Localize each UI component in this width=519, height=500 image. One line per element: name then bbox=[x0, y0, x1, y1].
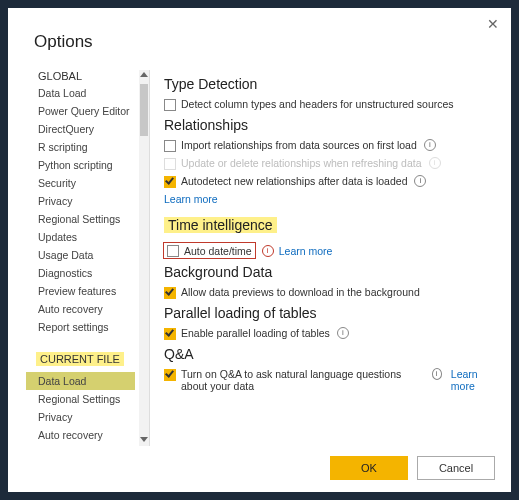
ok-button[interactable]: OK bbox=[330, 456, 408, 480]
option-import-relationships[interactable]: Import relationships from data sources o… bbox=[164, 139, 495, 152]
option-auto-date-time[interactable]: Auto date/time i Learn more bbox=[164, 243, 495, 258]
checkbox-import-relationships[interactable] bbox=[164, 140, 176, 152]
option-label: Import relationships from data sources o… bbox=[181, 139, 417, 151]
option-label: Update or delete relationships when refr… bbox=[181, 157, 422, 169]
checkbox-autodetect-relationships[interactable] bbox=[164, 176, 176, 188]
checkbox-qa[interactable] bbox=[164, 369, 176, 381]
nav-current-data-load[interactable]: Data Load bbox=[26, 372, 135, 390]
content-panel: Type Detection Detect column types and h… bbox=[150, 70, 501, 446]
nav-global-regional-settings[interactable]: Regional Settings bbox=[26, 210, 135, 228]
nav-global-privacy[interactable]: Privacy bbox=[26, 192, 135, 210]
close-icon[interactable]: ✕ bbox=[487, 16, 499, 32]
nav-global-report-settings[interactable]: Report settings bbox=[26, 318, 135, 336]
checkbox-auto-date-time[interactable] bbox=[167, 245, 179, 257]
nav-global-data-load[interactable]: Data Load bbox=[26, 84, 135, 102]
section-header-global: GLOBAL bbox=[38, 70, 82, 82]
heading-type-detection: Type Detection bbox=[164, 76, 495, 92]
nav-global-power-query-editor[interactable]: Power Query Editor bbox=[26, 102, 135, 120]
section-header-current-file: CURRENT FILE bbox=[36, 352, 124, 366]
option-label: Auto date/time bbox=[184, 245, 252, 257]
dialog-title: Options bbox=[34, 32, 93, 52]
checkbox-parallel-loading[interactable] bbox=[164, 328, 176, 340]
nav-list: GLOBAL Data Load Power Query Editor Dire… bbox=[26, 70, 139, 446]
nav-global-preview-features[interactable]: Preview features bbox=[26, 282, 135, 300]
checkbox-update-delete-relationships bbox=[164, 158, 176, 170]
option-label: Allow data previews to download in the b… bbox=[181, 286, 420, 298]
nav-global-directquery[interactable]: DirectQuery bbox=[26, 120, 135, 138]
nav-global-diagnostics[interactable]: Diagnostics bbox=[26, 264, 135, 282]
sidebar: GLOBAL Data Load Power Query Editor Dire… bbox=[26, 70, 150, 446]
cancel-button[interactable]: Cancel bbox=[417, 456, 495, 480]
heading-background-data: Background Data bbox=[164, 264, 495, 280]
nav-current-privacy[interactable]: Privacy bbox=[26, 408, 135, 426]
option-parallel-loading[interactable]: Enable parallel loading of tables i bbox=[164, 327, 495, 340]
option-label: Autodetect new relationships after data … bbox=[181, 175, 407, 187]
learn-more-relationships[interactable]: Learn more bbox=[164, 193, 218, 205]
option-allow-previews[interactable]: Allow data previews to download in the b… bbox=[164, 286, 495, 299]
heading-parallel-loading: Parallel loading of tables bbox=[164, 305, 495, 321]
nav-current-regional-settings[interactable]: Regional Settings bbox=[26, 390, 135, 408]
heading-relationships: Relationships bbox=[164, 117, 495, 133]
dialog-body: GLOBAL Data Load Power Query Editor Dire… bbox=[26, 70, 501, 446]
nav-current-auto-recovery[interactable]: Auto recovery bbox=[26, 426, 135, 444]
info-icon[interactable]: i bbox=[337, 327, 349, 339]
info-icon[interactable]: i bbox=[432, 368, 442, 380]
heading-qa: Q&A bbox=[164, 346, 495, 362]
option-qa[interactable]: Turn on Q&A to ask natural language ques… bbox=[164, 368, 495, 392]
nav-global-python-scripting[interactable]: Python scripting bbox=[26, 156, 135, 174]
options-dialog: ✕ Options GLOBAL Data Load Power Query E… bbox=[8, 8, 511, 492]
nav-global-security[interactable]: Security bbox=[26, 174, 135, 192]
info-icon[interactable]: i bbox=[424, 139, 436, 151]
option-label: Enable parallel loading of tables bbox=[181, 327, 330, 339]
option-update-delete-relationships: Update or delete relationships when refr… bbox=[164, 157, 495, 170]
nav-global-updates[interactable]: Updates bbox=[26, 228, 135, 246]
option-label: Detect column types and headers for unst… bbox=[181, 98, 454, 110]
nav-global-auto-recovery[interactable]: Auto recovery bbox=[26, 300, 135, 318]
nav-global-usage-data[interactable]: Usage Data bbox=[26, 246, 135, 264]
chevron-up-icon[interactable] bbox=[140, 72, 148, 77]
sidebar-scrollbar[interactable] bbox=[139, 70, 149, 446]
info-icon: i bbox=[429, 157, 441, 169]
nav-global-r-scripting[interactable]: R scripting bbox=[26, 138, 135, 156]
checkbox-allow-previews[interactable] bbox=[164, 287, 176, 299]
learn-more-time-intelligence[interactable]: Learn more bbox=[279, 245, 333, 257]
option-autodetect-relationships[interactable]: Autodetect new relationships after data … bbox=[164, 175, 495, 188]
heading-time-intelligence: Time intelligence bbox=[164, 217, 277, 233]
chevron-down-icon[interactable] bbox=[140, 437, 148, 442]
option-label: Turn on Q&A to ask natural language ques… bbox=[181, 368, 425, 392]
dialog-footer: OK Cancel bbox=[324, 456, 495, 480]
scrollbar-thumb[interactable] bbox=[140, 84, 148, 136]
info-icon[interactable]: i bbox=[414, 175, 426, 187]
learn-more-qa[interactable]: Learn more bbox=[451, 368, 495, 392]
info-icon[interactable]: i bbox=[262, 245, 274, 257]
option-detect-column-types[interactable]: Detect column types and headers for unst… bbox=[164, 98, 495, 111]
checkbox-detect-column-types[interactable] bbox=[164, 99, 176, 111]
